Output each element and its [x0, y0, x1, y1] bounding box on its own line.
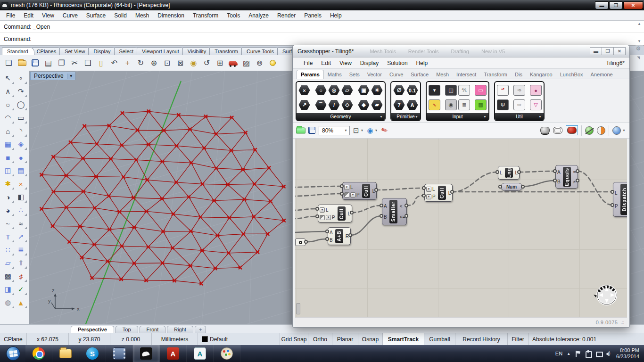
paste-icon[interactable]: ▯: [95, 57, 107, 69]
extrude-tool[interactable]: ⇑: [15, 257, 28, 269]
gh-tab-transform[interactable]: Transform: [480, 70, 511, 79]
box-param-icon[interactable]: ▣: [358, 85, 370, 96]
menu-panels[interactable]: Panels: [300, 11, 326, 20]
rectangle-tool[interactable]: ▭: [15, 112, 28, 124]
mesh-surface-tool[interactable]: ▤: [15, 165, 28, 177]
smaller-out-1-port[interactable]: [405, 214, 408, 218]
number-param-icon[interactable]: 0.1: [406, 85, 418, 96]
taskbar-app-paint-palette[interactable]: [214, 345, 240, 362]
close-button[interactable]: ✕: [623, 1, 643, 9]
toolbar-tab-visibility[interactable]: Visibility: [182, 47, 213, 55]
equals-out-0-port[interactable]: [576, 169, 579, 173]
array-tool[interactable]: ∷: [1, 244, 15, 256]
gh-tab-mesh[interactable]: Mesh: [432, 70, 453, 79]
gear-icon[interactable]: ⚙: [636, 45, 641, 52]
dispatch-in-1-port[interactable]: [611, 203, 614, 207]
boolean-union-tool[interactable]: ✱: [1, 178, 15, 190]
taskbar-app-chrome[interactable]: [25, 345, 52, 362]
menu-transform[interactable]: Transform: [189, 11, 223, 20]
key-param-icon[interactable]: /: [328, 99, 340, 110]
clock[interactable]: 8:00 PM 6/23/2014: [616, 347, 639, 360]
toolbar-tab-viewport-layout[interactable]: Viewport Layout: [137, 47, 185, 55]
gh-close-button[interactable]: ✕: [613, 47, 626, 55]
integer-param-icon[interactable]: ∅: [393, 85, 405, 96]
statusbar-z-coord[interactable]: z 0.000: [110, 333, 152, 345]
polygon-tool[interactable]: ⌂: [1, 125, 15, 137]
split-tool[interactable]: ◧: [15, 191, 28, 203]
array-grid-tool[interactable]: ▩: [1, 270, 15, 282]
gh-tab-anemone[interactable]: Anemone: [587, 70, 617, 79]
zoom-dynamic-icon[interactable]: ⊕: [148, 57, 160, 69]
command-prompt-line[interactable]: Command:: [0, 33, 644, 45]
open-file-icon[interactable]: [16, 57, 28, 69]
menu-file[interactable]: File: [2, 11, 19, 20]
toggle-gumball[interactable]: Gumball: [424, 333, 455, 345]
maximize-button[interactable]: ❐: [609, 1, 623, 9]
curve-fillet-tool[interactable]: ◝: [15, 125, 28, 137]
unroll-surface-tool[interactable]: ▱: [1, 257, 15, 269]
num-out-port[interactable]: [521, 185, 525, 189]
viewport-tab-perspective[interactable]: Perspective: [71, 326, 114, 333]
arc-tool[interactable]: ◠: [1, 112, 15, 124]
node-cull-right[interactable]: ▼L▼PCullL: [424, 184, 453, 202]
zoom-extents-icon[interactable]: ⊠: [174, 57, 187, 69]
hidden-icons-arrow[interactable]: ▲: [567, 352, 570, 356]
toggle-grid-snap[interactable]: Grid Snap: [280, 333, 308, 345]
panel-expand-icon[interactable]: ▼: [483, 115, 487, 118]
cull-right-out-0-port[interactable]: [450, 190, 454, 194]
equals-out-1-port[interactable]: [576, 179, 579, 182]
panel-expand-icon[interactable]: ▼: [380, 115, 383, 118]
surface-patch-tool[interactable]: ◈: [15, 138, 28, 150]
point-tool[interactable]: ∘: [15, 72, 28, 84]
zoom-selected-icon[interactable]: ◉: [187, 57, 200, 69]
equals-in-1-port[interactable]: [553, 179, 557, 182]
named-views-icon[interactable]: [227, 57, 239, 69]
start-button[interactable]: [4, 346, 23, 361]
minimize-button[interactable]: ▬: [595, 1, 609, 9]
copy-icon[interactable]: ❑: [82, 57, 94, 69]
flask-icon[interactable]: ▽: [530, 99, 542, 110]
cherry-picker-icon[interactable]: ❛❜: [497, 85, 509, 96]
menu-surface[interactable]: Surface: [82, 11, 110, 20]
scroll-up-icon[interactable]: ▲: [637, 22, 641, 26]
toggle-osnap[interactable]: Osnap: [358, 333, 383, 345]
viewport-tab-front[interactable]: Front: [140, 326, 166, 333]
diamond-param-icon[interactable]: ◇: [341, 99, 353, 110]
gh-tab-surface[interactable]: Surface: [407, 70, 432, 79]
cylinder-tool[interactable]: ◫: [1, 165, 15, 177]
gh-minimize-button[interactable]: ▬: [590, 47, 602, 55]
node-smaller[interactable]: ABSmaller<<=: [382, 198, 407, 225]
menu-help[interactable]: Help: [326, 11, 346, 20]
toolbar-tab-select[interactable]: Select: [114, 47, 140, 55]
statusbar-x-coord[interactable]: x 62.075: [27, 333, 69, 345]
control-point-curve-tool[interactable]: ∧: [1, 85, 15, 98]
gh-tab-sets[interactable]: Sets: [346, 70, 363, 79]
tree-stats-icon[interactable]: Ψ: [497, 99, 509, 110]
menu-curve[interactable]: Curve: [58, 11, 82, 20]
resize-grip-icon[interactable]: .::: [620, 320, 624, 325]
four-viewports-icon[interactable]: ⊞: [214, 57, 226, 69]
undo-view-change-icon[interactable]: ↺: [200, 57, 213, 69]
installer-icon[interactable]: [585, 351, 591, 357]
toolbar-tab-set-view[interactable]: Set View: [59, 47, 91, 55]
toggle-filter[interactable]: Filter: [508, 333, 528, 345]
relay-dark-icon[interactable]: ➾: [513, 85, 525, 96]
gh-menu-display[interactable]: Display: [356, 59, 383, 67]
cull-top-in-0-port[interactable]: [340, 184, 344, 188]
length-out-0-port[interactable]: [517, 170, 521, 174]
gh-tab-curve[interactable]: Curve: [386, 70, 407, 79]
curve-through-points-tool[interactable]: ↷: [15, 85, 28, 98]
menu-edit[interactable]: Edit: [19, 11, 38, 20]
display-dropdown-icon[interactable]: ▼: [622, 129, 626, 132]
collapse-icon[interactable]: ◥: [637, 56, 640, 60]
taskbar-app-adobe-acrobat[interactable]: A: [160, 345, 187, 362]
surface-param-icon[interactable]: ▰: [371, 99, 383, 110]
gh-menu-view[interactable]: View: [335, 59, 356, 67]
equals-in-0-port[interactable]: [553, 169, 557, 173]
plane-param-icon[interactable]: ▱: [341, 85, 353, 96]
node-length[interactable]: LLngL: [498, 166, 520, 180]
addition-out-0-port[interactable]: [348, 233, 352, 237]
point-cloud-tool[interactable]: ∴: [15, 204, 28, 216]
statusbar-units[interactable]: Millimeters: [152, 333, 198, 345]
blend-curve-tool[interactable]: ≈: [15, 217, 28, 230]
